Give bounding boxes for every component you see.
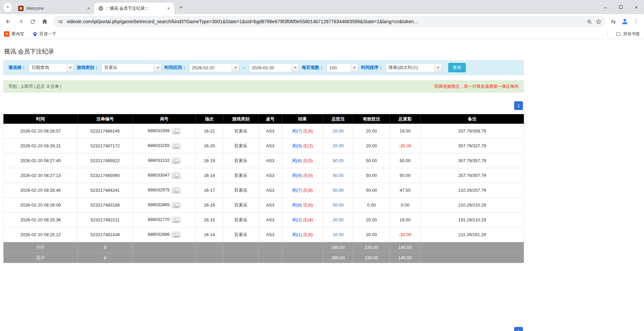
round-number: 686032770 [148, 217, 169, 222]
cell-game-type: 百家乐 [223, 183, 259, 198]
zoom-icon[interactable] [586, 19, 592, 25]
menu-kebab-icon[interactable]: ⋮ [633, 18, 639, 25]
cell-bet-id: 523217485060 [78, 168, 133, 183]
search-button[interactable]: 查询 [448, 63, 466, 72]
sort-value: 降幂(由大到小) [386, 64, 434, 72]
total-bet-link[interactable]: 50.00 [333, 188, 344, 193]
cell-result: 闲(7) 庄(8) [282, 124, 323, 139]
cell-session: 16-18 [196, 168, 223, 183]
total-bet-link[interactable]: 20.00 [333, 128, 344, 134]
cell-time: 2026-02-20 08:26:45 [4, 183, 78, 198]
tab-welcome[interactable]: Welcome × [14, 3, 94, 14]
image-icon [174, 189, 179, 194]
bookmark-taobao[interactable]: 淘 爱淘宝 [4, 31, 24, 37]
cell-table-no: AS3 [259, 139, 282, 153]
total-bet-link[interactable]: 20.00 [333, 217, 344, 222]
total-bet-link[interactable]: 50.00 [333, 203, 344, 208]
cell-bet-id: 523217482211 [78, 213, 133, 227]
query-type-select[interactable]: 日期查询 [29, 63, 74, 72]
date-separator: ~ [243, 65, 245, 70]
dropdown-button[interactable] [351, 64, 358, 72]
sort-select[interactable]: 降幂(由大到小) [386, 63, 442, 72]
cell-table-no: AS3 [259, 183, 282, 198]
cell-total-bet: 50.00 [323, 153, 353, 168]
page-1-button[interactable]: 1 [514, 327, 523, 331]
cell-payout: -20.00 [390, 139, 421, 153]
page-size-select[interactable]: 100 [327, 63, 358, 72]
dropdown-button[interactable] [232, 64, 239, 72]
game-type-select[interactable]: 百家乐 [101, 63, 162, 72]
site-settings-icon[interactable] [58, 19, 63, 24]
cell-result: 闲(6) 庄(5) [282, 153, 323, 168]
cell-count: 8 [78, 242, 133, 253]
maximize-button[interactable] [613, 0, 629, 14]
all-bookmarks-button[interactable]: 所有书签 [616, 31, 640, 37]
column-header: 结果 [282, 114, 323, 124]
dropdown-button[interactable] [292, 64, 299, 72]
player-result: 闲(9) [292, 173, 302, 178]
cell-round: 686033255 [133, 139, 196, 153]
toolbar-right-icons: ⋮ [608, 17, 641, 26]
bookmarks-bar: 淘 爱淘宝 百度一下 所有书签 [0, 29, 644, 39]
player-result: 闲(7) [292, 128, 302, 134]
cell-note: 210.29/210.29 [421, 198, 524, 213]
dropdown-button[interactable] [66, 64, 74, 72]
roadmap-button[interactable] [172, 202, 181, 208]
chevron-down-icon [437, 67, 440, 69]
cell-valid-bet: 50.00 [353, 153, 390, 168]
total-bet-link[interactable]: 50.00 [333, 158, 344, 163]
total-bet-link[interactable]: 20.00 [333, 143, 344, 148]
forward-button[interactable] [15, 16, 26, 27]
total-bet-link[interactable]: 50.00 [333, 173, 344, 178]
cell-round: 686033132 [133, 153, 196, 168]
cell-empty [421, 242, 524, 253]
date-to-select[interactable]: 2026-02-20 [249, 63, 299, 72]
url-text[interactable]: videoie.com/ipl/portal.php/game/betrecor… [67, 19, 583, 24]
tab-bet-record[interactable]: :::视讯 会员下注纪录::: × [94, 3, 174, 14]
cell-time: 2026-02-20 08:28:21 [4, 139, 78, 153]
roadmap-button[interactable] [172, 232, 181, 238]
bookmark-baidu[interactable]: 百度一下 [32, 31, 56, 37]
roadmap-button[interactable] [172, 158, 181, 164]
reload-button[interactable] [27, 16, 38, 27]
banker-result: 庄(4) [303, 217, 313, 222]
close-window-button[interactable]: × [629, 0, 644, 14]
round-number: 686033047 [148, 173, 169, 178]
chevron-down-icon [157, 67, 159, 69]
back-button[interactable] [3, 16, 14, 27]
cell-empty [282, 242, 323, 253]
tab-close-icon[interactable]: × [165, 5, 172, 11]
cell-bet-id: 523217487172 [78, 139, 133, 153]
new-tab-button[interactable]: + [176, 3, 186, 12]
player-result: 闲(7) [292, 188, 302, 193]
date-from-select[interactable]: 2026-02-20 [189, 63, 239, 72]
dropdown-button[interactable] [154, 64, 161, 72]
media-controls-icon[interactable] [610, 19, 617, 25]
cell-label: 小计 [4, 242, 78, 253]
home-button[interactable] [39, 16, 50, 27]
roadmap-button[interactable] [172, 173, 181, 179]
cell-bet-id: 523217484241 [78, 183, 133, 198]
total-bet-link[interactable]: 20.00 [333, 232, 344, 237]
cell-payout: 19.00 [390, 213, 421, 227]
minimize-button[interactable]: – [598, 0, 613, 14]
cell-empty [421, 253, 524, 263]
cell-empty [196, 242, 223, 253]
cell-session: 16-20 [196, 139, 223, 153]
image-icon [174, 144, 179, 149]
tab-close-icon[interactable]: × [85, 5, 91, 11]
profile-avatar-icon[interactable] [621, 17, 629, 26]
roadmap-button[interactable] [172, 128, 181, 134]
globe-favicon-icon [98, 6, 104, 11]
bookmark-star-icon[interactable] [596, 19, 602, 25]
cell-session: 16-17 [196, 183, 223, 198]
tab-search-button[interactable] [3, 3, 12, 12]
bookmarks-divider [607, 31, 608, 37]
address-bar[interactable]: videoie.com/ipl/portal.php/game/betrecor… [53, 16, 605, 27]
roadmap-button[interactable] [172, 187, 181, 193]
roadmap-button[interactable] [172, 217, 181, 223]
roadmap-button[interactable] [172, 143, 181, 149]
dropdown-button[interactable] [434, 64, 442, 72]
page-1-button[interactable]: 1 [514, 101, 523, 110]
cell-round: 686032975 [133, 183, 196, 198]
